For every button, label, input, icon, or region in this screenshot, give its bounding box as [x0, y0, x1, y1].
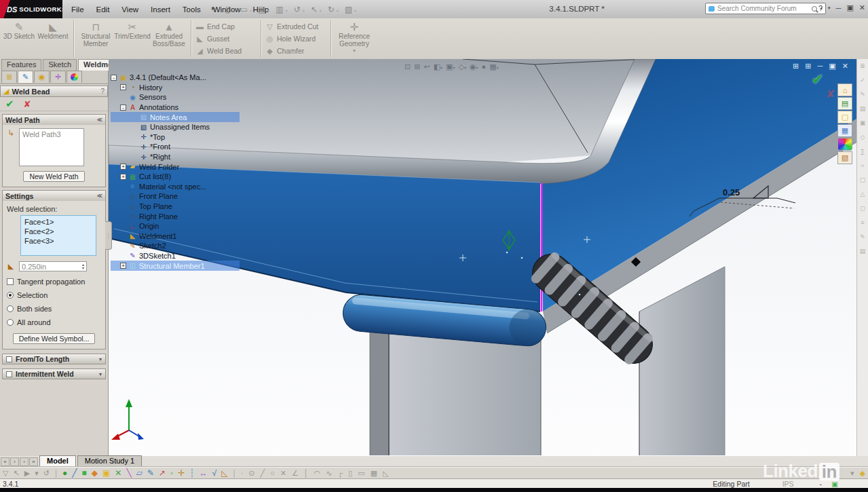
quick-access-icon[interactable]: ▭	[240, 5, 252, 14]
selection-filter-icon[interactable]: ╱	[72, 468, 77, 478]
headsup-icon[interactable]: ↩	[423, 62, 430, 71]
filter-control-icon[interactable]: ▾	[35, 469, 39, 478]
feature-tree-item[interactable]: ∟ Origin	[111, 221, 240, 231]
quick-access-icon[interactable]: ↻	[328, 5, 339, 14]
menu-pin-icon[interactable]: ▸	[212, 4, 215, 12]
selection-filter-icon[interactable]: ◦	[170, 468, 173, 478]
sketch-filter-icon[interactable]: ▦	[371, 469, 377, 478]
confirmation-ok-button[interactable]: ✔	[812, 71, 824, 88]
help-button[interactable]: ?	[818, 4, 823, 12]
cancel-button[interactable]: ✘	[24, 99, 31, 109]
document-window-button[interactable]: ⊞	[793, 62, 799, 71]
ribbon-button[interactable]: ▲ Extruded Boss/Base	[151, 20, 187, 48]
feature-tree-item[interactable]: - ▣ 3.4.1 (Default<As Ma...	[111, 73, 240, 83]
selection-filter-icon[interactable]: ▣	[102, 468, 110, 478]
headsup-tool[interactable]: ●	[482, 60, 487, 72]
chevron-down-icon[interactable]: ▾	[476, 66, 478, 70]
headsup-icon[interactable]: ◧	[434, 62, 440, 71]
manager-tab[interactable]: ≣	[1, 71, 17, 83]
right-strip-icon[interactable]: ≡	[861, 219, 864, 226]
chevron-down-icon[interactable]: ▾	[440, 66, 442, 70]
feature-tree-item[interactable]: + ▰ Weld Folder	[111, 162, 240, 172]
menu-item[interactable]: Edit	[90, 5, 116, 14]
right-strip-icon[interactable]: ▤	[860, 105, 866, 112]
help-caret-icon[interactable]: ▾	[828, 5, 831, 11]
feature-tree-item[interactable]: ◉ Sensors	[111, 92, 240, 102]
ribbon-button[interactable]: ⊓ Structural Member	[77, 20, 114, 48]
feature-tree-item[interactable]: ◇ Right Plane	[111, 211, 240, 221]
section-checkbox[interactable]	[6, 356, 12, 362]
feature-tree-item[interactable]: + ◔ History	[111, 83, 240, 93]
tree-expand-toggle[interactable]: -	[120, 105, 126, 111]
radio-button[interactable]	[7, 305, 14, 312]
selected-face-item[interactable]: Face<1>	[24, 217, 92, 227]
right-strip-icon[interactable]: ◇	[861, 134, 865, 140]
sketch-filter-icon[interactable]: ✕	[280, 469, 286, 478]
help-icon[interactable]: ?	[100, 88, 105, 95]
ok-button[interactable]: ✔	[5, 98, 14, 110]
graphics-viewport[interactable]: 0.25 - ▣ 3.4.1 (Default<As Ma... + ◔ His…	[109, 59, 868, 456]
taskpane-tab[interactable]	[837, 138, 852, 151]
spinner-arrows[interactable]: ▴▾	[82, 263, 84, 270]
headsup-icon[interactable]: ◉	[470, 62, 476, 71]
taskpane-tab[interactable]: ▦	[837, 124, 852, 137]
document-window-button[interactable]: ─	[817, 62, 823, 71]
right-strip-icon[interactable]: ✓	[860, 77, 865, 83]
feature-tree-item[interactable]: ◇ Top Plane	[111, 202, 240, 212]
sketch-filter-icon[interactable]: ◺	[383, 469, 388, 478]
settings-group-header[interactable]: Settings ≪	[3, 191, 105, 201]
tree-expand-toggle[interactable]: +	[120, 164, 126, 170]
panel-splitter-handle[interactable]: ⋮	[105, 221, 112, 250]
headsup-tool[interactable]: ↩	[423, 60, 430, 72]
feature-tree-item[interactable]: ◣ Weldment1	[111, 231, 240, 242]
right-strip-icon[interactable]: ▢	[860, 176, 866, 183]
ribbon-button[interactable]: ✂ Trim/Extend	[114, 20, 151, 40]
quick-access-icon[interactable]: ▤	[258, 5, 269, 14]
tree-expand-toggle[interactable]: +	[120, 84, 126, 90]
headsup-tool[interactable]: ◇▾	[459, 60, 466, 72]
confirmation-cancel-button[interactable]: ✘	[826, 88, 835, 100]
ribbon-button[interactable]: ▽ Extruded Cut	[265, 20, 327, 33]
filter-control-icon[interactable]: ↺	[43, 469, 50, 478]
minimize-button[interactable]: ─	[836, 4, 842, 12]
tree-expand-toggle[interactable]: -	[111, 75, 117, 81]
selection-filter-icon[interactable]: ╲	[126, 468, 131, 478]
community-search-box[interactable]: Search Community Forum ▾	[705, 3, 826, 14]
selected-face-item[interactable]: Face<3>	[24, 236, 92, 246]
quick-access-icon[interactable]: ↺	[294, 5, 305, 14]
taskpane-tab[interactable]: ▧	[837, 151, 852, 164]
headsup-icon[interactable]: ●	[482, 62, 487, 71]
selection-filter-icon[interactable]: ■	[82, 468, 87, 478]
chevron-down-icon[interactable]: ▾	[850, 469, 854, 478]
feature-tree-item[interactable]: ▧ Unassigned Items	[111, 122, 240, 132]
collapsed-section-bar[interactable]: Intermittent Weld ▾	[2, 368, 106, 379]
weld-path-listbox[interactable]: Weld Path3	[19, 128, 84, 166]
quick-access-icon[interactable]: ▧	[345, 5, 356, 14]
search-icon[interactable]	[812, 6, 817, 12]
sketch-filter-icon[interactable]: ⊙	[248, 469, 254, 478]
close-button[interactable]: ✕	[859, 3, 865, 12]
tree-expand-toggle[interactable]: +	[120, 174, 126, 180]
ribbon-button[interactable]: ◣ Gusset	[195, 33, 257, 45]
sketch-filter-icon[interactable]: ▯	[348, 469, 352, 478]
sketch-filter-icon[interactable]: ▭	[358, 469, 364, 478]
feature-tree-item[interactable]: + ◫ Structural Member1	[111, 261, 240, 271]
selection-filter-icon[interactable]: √	[212, 468, 217, 478]
table-leg[interactable]	[370, 330, 541, 455]
weld-path-group-header[interactable]: Weld Path ≪	[3, 115, 105, 125]
document-window-button[interactable]: ✕	[842, 62, 848, 71]
headsup-tool[interactable]: ▦▾	[489, 60, 498, 72]
right-strip-icon[interactable]: ✎	[860, 91, 865, 98]
headsup-tool[interactable]: ⊡	[404, 60, 411, 72]
selection-filter-icon[interactable]: ●	[62, 468, 67, 478]
bead-size-input[interactable]: 0.250in ▴▾	[19, 261, 87, 271]
selection-filter-icon[interactable]: ┆	[189, 468, 194, 478]
right-strip-icon[interactable]: ∑	[861, 148, 865, 155]
right-strip-icon[interactable]: ✎	[860, 233, 865, 240]
define-weld-symbol-button[interactable]: Define Weld Symbol...	[13, 333, 96, 344]
study-nav-button[interactable]: ›	[20, 457, 29, 466]
sketch-filter-icon[interactable]: ·	[241, 469, 244, 478]
feature-tree-item[interactable]: ✎ Sketch2	[111, 241, 240, 251]
feature-tree-item[interactable]: ✛ *Front	[111, 142, 240, 152]
chevron-down-icon[interactable]: ▾	[497, 66, 499, 70]
